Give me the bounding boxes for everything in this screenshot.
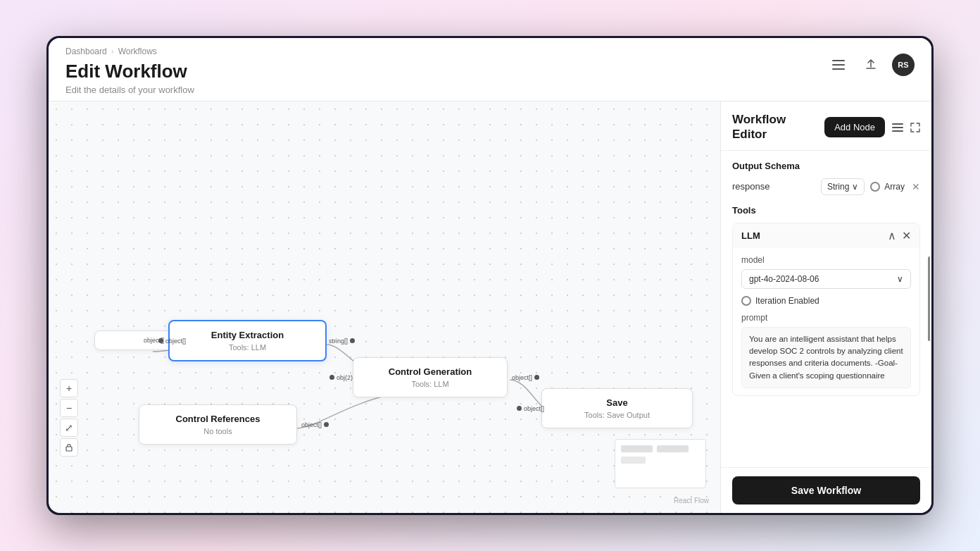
breadcrumb-current[interactable]: Workflows	[118, 47, 157, 56]
page-subtitle: Edit the details of your workflow	[65, 85, 194, 95]
breadcrumb: Dashboard › Workflows	[65, 47, 194, 56]
control-references-title: Control References	[149, 414, 287, 424]
top-bar-left: Dashboard › Workflows Edit Workflow Edit…	[65, 47, 194, 95]
page-title: Edit Workflow	[65, 61, 194, 82]
llm-close-icon[interactable]: ✕	[902, 229, 911, 242]
llm-body: model gpt-4o-2024-08-06 ∨ Iteration Enab…	[733, 248, 919, 395]
prompt-box[interactable]: You are an intelligent assistant that he…	[741, 327, 911, 388]
canvas-thumbnail	[615, 439, 706, 488]
svg-rect-5	[892, 127, 903, 128]
zoom-controls: + − ⤢	[60, 379, 78, 457]
schema-radio[interactable]	[870, 182, 880, 192]
output-schema-label: Output Schema	[732, 161, 920, 171]
add-node-button[interactable]: Add Node	[824, 117, 885, 137]
schema-key: response	[732, 181, 815, 192]
control-references-node[interactable]: Control References No tools object[]	[139, 404, 297, 445]
entity-extraction-subtitle: Tools: LLM	[180, 343, 315, 352]
top-bar: Dashboard › Workflows Edit Workflow Edit…	[49, 38, 931, 101]
output-schema-row: response String ∨ Array ✕	[732, 178, 920, 195]
svg-rect-3	[66, 447, 72, 451]
schema-chevron: ∨	[852, 182, 858, 192]
model-chevron: ∨	[897, 274, 903, 284]
save-workflow-button[interactable]: Save Workflow	[732, 476, 920, 504]
panel-menu-icon[interactable]	[892, 123, 903, 132]
content-area: object[] object[] Entity Extraction Tool…	[49, 101, 931, 513]
svg-rect-1	[832, 64, 845, 66]
zoom-in-btn[interactable]: +	[60, 379, 78, 397]
zoom-out-btn[interactable]: −	[60, 399, 78, 417]
panel-body[interactable]: Output Schema response String ∨ Array ✕	[721, 151, 931, 467]
control-references-subtitle: No tools	[149, 427, 287, 435]
entity-extraction-title: Entity Extraction	[180, 330, 315, 340]
lock-btn[interactable]	[60, 438, 78, 457]
prompt-label: prompt	[741, 313, 911, 323]
svg-rect-6	[892, 130, 903, 132]
schema-remove-icon[interactable]: ✕	[912, 181, 920, 192]
control-generation-title: Control Generation	[363, 366, 497, 377]
export-icon[interactable]	[860, 54, 882, 76]
menu-icon[interactable]	[827, 54, 850, 76]
iteration-checkbox[interactable]	[741, 296, 751, 306]
llm-collapse-icon[interactable]: ∧	[888, 229, 896, 242]
side-panel: WorkflowEditor Add Node	[720, 101, 931, 513]
main-window: Dashboard › Workflows Edit Workflow Edit…	[49, 38, 931, 513]
schema-array-row: Array ✕	[870, 181, 920, 192]
outer-frame: Dashboard › Workflows Edit Workflow Edit…	[46, 36, 934, 515]
model-value: gpt-4o-2024-08-06	[749, 274, 819, 284]
svg-rect-2	[832, 68, 845, 70]
schema-array-label: Array	[884, 182, 905, 192]
top-bar-right: RS	[827, 47, 915, 76]
entity-extraction-node[interactable]: object[] Entity Extraction Tools: LLM st…	[168, 320, 327, 361]
breadcrumb-home[interactable]: Dashboard	[65, 47, 107, 56]
llm-block: LLM ∧ ✕ model gpt-4o-2024-08-06	[732, 223, 920, 396]
control-generation-node[interactable]: obj(2) Control Generation Tools: LLM obj…	[353, 357, 508, 397]
panel-expand-icon[interactable]	[910, 123, 920, 132]
tools-section: Tools LLM ∧ ✕ model	[732, 205, 920, 396]
llm-header: LLM ∧ ✕	[733, 223, 919, 248]
control-generation-subtitle: Tools: LLM	[363, 380, 497, 388]
flow-container: object[] object[] Entity Extraction Tool…	[49, 101, 720, 513]
panel-title: WorkflowEditor	[732, 113, 786, 142]
avatar[interactable]: RS	[892, 54, 915, 76]
breadcrumb-sep: ›	[111, 47, 114, 56]
save-title: Save	[552, 397, 682, 408]
react-flow-label: React Flow	[674, 497, 709, 504]
svg-rect-4	[892, 123, 903, 125]
panel-header: WorkflowEditor Add Node	[721, 101, 931, 151]
tools-label: Tools	[732, 205, 920, 216]
svg-rect-0	[832, 60, 845, 61]
schema-type-value: String	[827, 182, 849, 192]
fit-btn[interactable]: ⤢	[60, 419, 78, 437]
panel-header-right: Add Node	[824, 117, 920, 137]
iteration-row: Iteration Enabled	[741, 296, 911, 306]
iteration-label: Iteration Enabled	[755, 296, 819, 306]
schema-type-select[interactable]: String ∨	[821, 178, 865, 195]
workflow-canvas[interactable]: object[] object[] Entity Extraction Tool…	[49, 101, 720, 513]
panel-footer: Save Workflow	[721, 467, 931, 513]
save-node[interactable]: object[] Save Tools: Save Output	[541, 388, 693, 428]
llm-title: LLM	[741, 230, 760, 241]
llm-header-right: ∧ ✕	[888, 229, 911, 242]
save-subtitle: Tools: Save Output	[552, 411, 682, 419]
scrollbar-indicator	[928, 256, 930, 341]
model-select[interactable]: gpt-4o-2024-08-06 ∨	[741, 269, 911, 289]
model-label: model	[741, 255, 911, 265]
